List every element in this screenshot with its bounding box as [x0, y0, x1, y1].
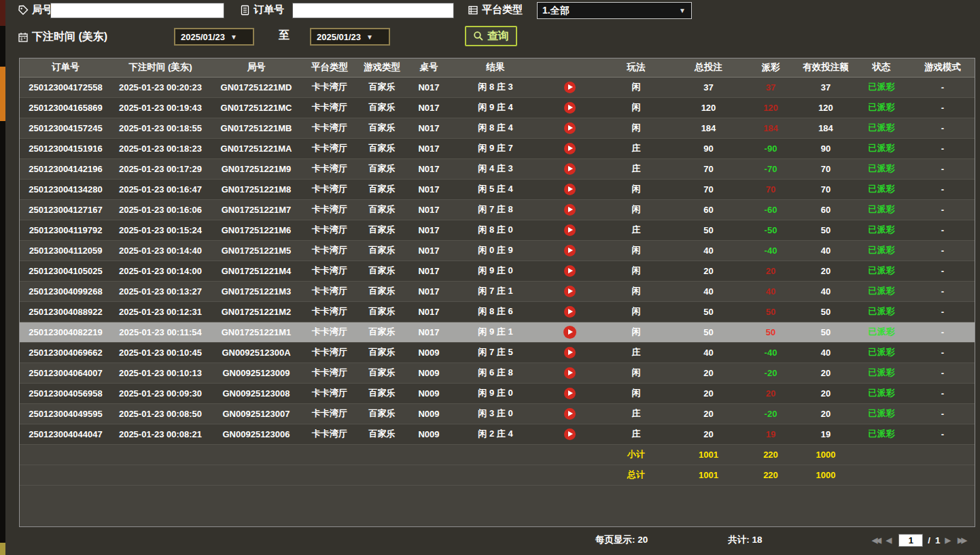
previous-page-icon[interactable]: ◀	[886, 536, 894, 545]
play-icon[interactable]	[564, 306, 576, 318]
play-icon[interactable]	[564, 163, 576, 175]
bet-time: 2025-01-23 00:17:29	[111, 158, 209, 179]
status: 已派彩	[854, 281, 909, 301]
bet-time-label-text: 下注时间 (美东)	[32, 30, 107, 44]
play-icon-cell[interactable]	[541, 220, 599, 240]
play-icon[interactable]	[564, 102, 576, 114]
table-row[interactable]: 2501230041197922025-01-23 00:15:24GN0172…	[20, 220, 975, 240]
table-row[interactable]: 2501230040440472025-01-23 00:08:21GN0092…	[20, 424, 975, 444]
play-icon-cell[interactable]	[541, 403, 599, 424]
table-row[interactable]: 2501230041271672025-01-23 00:16:06GN0172…	[20, 199, 975, 220]
play-icon-cell[interactable]	[541, 342, 599, 363]
status: 已派彩	[854, 322, 909, 342]
valid-bet-amount: 20	[798, 363, 854, 383]
table-number: N009	[408, 342, 450, 363]
play-icon[interactable]	[563, 326, 576, 339]
search-button[interactable]: 查询	[465, 26, 517, 46]
table-row[interactable]: 2501230041725582025-01-23 00:20:23GN0172…	[20, 77, 975, 97]
order-number: 250123004112059	[20, 240, 111, 260]
round-number: GN017251221M5	[209, 240, 303, 260]
play-icon-cell[interactable]	[541, 179, 599, 199]
last-page-icon[interactable]: ▶▶	[958, 536, 967, 545]
first-page-icon[interactable]: ◀◀	[872, 536, 881, 545]
play-icon[interactable]	[564, 224, 576, 236]
total-bet: 50	[673, 220, 743, 240]
play-icon[interactable]	[564, 82, 576, 93]
game-type: 百家乐	[356, 424, 408, 444]
chevron-down-icon: ▼	[679, 7, 686, 14]
play-icon[interactable]	[564, 143, 576, 154]
table-row[interactable]: 2501230040495952025-01-23 00:08:50GN0092…	[20, 403, 975, 424]
table-row[interactable]: 2501230041050252025-01-23 00:14:00GN0172…	[20, 260, 975, 281]
play-icon[interactable]	[564, 184, 576, 195]
total-bet: 50	[673, 322, 743, 342]
date-range-to-label: 至	[279, 29, 290, 43]
game-type: 百家乐	[356, 342, 408, 363]
table-row[interactable]: 2501230041342802025-01-23 00:16:47GN0172…	[20, 179, 975, 199]
play-icon[interactable]	[564, 265, 576, 277]
round-number: GN00925123008	[209, 383, 303, 403]
play-method: 庄	[599, 158, 673, 179]
payout: -70	[743, 158, 798, 179]
play-icon-cell[interactable]	[541, 77, 599, 97]
table-row[interactable]: 2501230041572452025-01-23 00:18:55GN0172…	[20, 118, 975, 138]
play-icon-cell[interactable]	[541, 138, 599, 158]
chevron-down-icon: ▼	[366, 33, 373, 41]
platform-type: 卡卡湾厅	[303, 97, 356, 118]
play-icon-cell[interactable]	[541, 322, 599, 342]
platform-type: 卡卡湾厅	[303, 220, 356, 240]
total-bet: 70	[673, 179, 743, 199]
play-icon-cell[interactable]	[541, 363, 599, 383]
play-icon-cell[interactable]	[541, 383, 599, 403]
play-icon[interactable]	[564, 367, 576, 379]
round-number-input[interactable]	[50, 3, 224, 18]
play-icon[interactable]	[564, 388, 576, 399]
order-number-input[interactable]	[292, 3, 454, 18]
play-icon-cell[interactable]	[541, 281, 599, 301]
status: 已派彩	[854, 383, 909, 403]
platform-type-label-text: 平台类型	[482, 3, 523, 16]
table-row[interactable]: 2501230040889222025-01-23 00:12:31GN0172…	[20, 301, 975, 322]
play-icon[interactable]	[564, 245, 576, 256]
play-icon-cell[interactable]	[541, 118, 599, 138]
play-icon[interactable]	[564, 428, 576, 440]
play-icon-cell[interactable]	[541, 260, 599, 281]
total-bet: 20	[673, 403, 743, 424]
table-row[interactable]: 2501230041658692025-01-23 00:19:43GN0172…	[20, 97, 975, 118]
result: 闲 8 庄 3	[450, 77, 541, 97]
platform-type-select[interactable]: 1.全部 ▼	[537, 2, 692, 19]
play-icon[interactable]	[564, 286, 576, 297]
play-icon-cell[interactable]	[541, 240, 599, 260]
page-number-input[interactable]	[898, 534, 923, 547]
play-icon-cell[interactable]	[541, 424, 599, 444]
play-icon[interactable]	[564, 204, 576, 216]
grand-total-row-cell	[209, 465, 303, 485]
date-from-picker[interactable]: 2025/01/23 ▼	[174, 28, 254, 46]
play-icon-cell[interactable]	[541, 158, 599, 179]
play-icon[interactable]	[564, 408, 576, 420]
table-row[interactable]: 2501230040696622025-01-23 00:10:45GN0092…	[20, 342, 975, 363]
next-page-icon[interactable]: ▶	[945, 536, 953, 545]
play-icon-cell[interactable]	[541, 199, 599, 220]
date-to-picker[interactable]: 2025/01/23 ▼	[310, 28, 390, 46]
table-number: N017	[408, 301, 450, 322]
play-method: 闲	[599, 322, 673, 342]
game-type: 百家乐	[356, 240, 408, 260]
table-row[interactable]: 2501230041519162025-01-23 00:18:23GN0172…	[20, 138, 975, 158]
play-icon[interactable]	[564, 122, 576, 134]
date-from-value: 2025/01/23	[181, 32, 225, 42]
table-row[interactable]: 2501230041120592025-01-23 00:14:40GN0172…	[20, 240, 975, 260]
table-row[interactable]: 2501230040992682025-01-23 00:13:27GN0172…	[20, 281, 975, 301]
status: 已派彩	[854, 199, 909, 220]
play-icon-cell[interactable]	[541, 97, 599, 118]
column-header: 局号	[209, 58, 303, 77]
play-icon-cell[interactable]	[541, 301, 599, 322]
table-row[interactable]: 2501230041421962025-01-23 00:17:29GN0172…	[20, 158, 975, 179]
total-bet: 90	[673, 138, 743, 158]
grand-total-row-label: 总计	[599, 465, 673, 485]
table-row[interactable]: 2501230040640072025-01-23 00:10:13GN0092…	[20, 363, 975, 383]
table-row[interactable]: 2501230040569582025-01-23 00:09:30GN0092…	[20, 383, 975, 403]
payout: 37	[743, 77, 798, 97]
play-icon[interactable]	[564, 347, 576, 358]
table-row[interactable]: 2501230040822192025-01-23 00:11:54GN0172…	[20, 322, 975, 342]
